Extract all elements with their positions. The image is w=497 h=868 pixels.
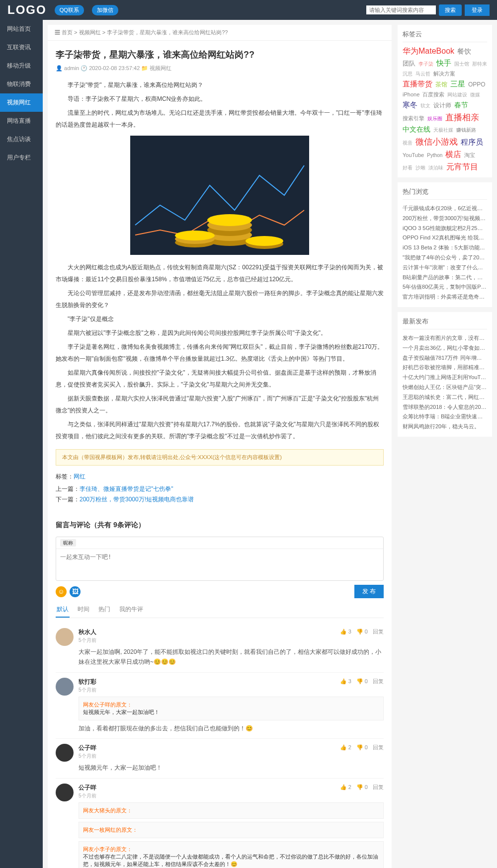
tag-cloud-item[interactable]: OPPO bbox=[468, 81, 486, 88]
tag-cloud-item[interactable]: 设计师 bbox=[433, 101, 451, 110]
tag-cloud-item[interactable]: 程序员 bbox=[461, 138, 483, 147]
tag-cloud-item[interactable]: 横店 bbox=[445, 150, 461, 160]
tag-cloud-item[interactable]: 娱乐圈 bbox=[427, 115, 442, 122]
new-item[interactable]: 发布一篇没有图片的文章，没有图片则显示默认文章图 bbox=[403, 333, 487, 343]
sidebar-item[interactable]: 焦点访谈 bbox=[0, 130, 43, 149]
hot-item[interactable]: iQOO 3 5G性能旗舰定档2月25日!将迎线上直播发布 bbox=[403, 224, 487, 234]
tag-cloud-item[interactable]: 微媒 bbox=[470, 91, 480, 98]
reply-link[interactable]: 回复 bbox=[373, 678, 384, 684]
tag-cloud-item[interactable]: Python bbox=[427, 153, 442, 158]
sidebar-item[interactable]: 用户专栏 bbox=[0, 149, 43, 167]
tag-cloud-item[interactable]: 沙雕 bbox=[415, 164, 425, 171]
new-item[interactable]: 一个月卖出36亿，网红小零食如何成为行业巨头？ bbox=[403, 343, 487, 353]
tag-cloud-item[interactable]: 餐饮 bbox=[457, 47, 471, 56]
like-icon[interactable]: 👍 2 bbox=[340, 744, 351, 750]
hot-item[interactable]: B站刷量产品的故事：第二代，网红与商人如坐蓝孔 bbox=[403, 273, 487, 283]
comment-tab[interactable]: 热门 bbox=[97, 602, 111, 618]
search-button[interactable]: 搜索 bbox=[439, 4, 462, 16]
tag-cloud-item[interactable]: 三星 bbox=[450, 79, 465, 89]
comment-tab[interactable]: 我的牛评 bbox=[118, 602, 144, 618]
logo[interactable]: LOGO bbox=[7, 3, 47, 17]
tag-cloud-item[interactable]: 沉思 bbox=[403, 71, 413, 78]
dislike-icon[interactable]: 👎 0 bbox=[356, 678, 368, 684]
new-item[interactable]: 众筹比特李瑞：B端企业需快速增长，区块链技术服务 bbox=[403, 412, 487, 422]
tag-cloud-item[interactable]: 直播带货 bbox=[403, 79, 432, 89]
tag-cloud-item[interactable]: YouTube bbox=[403, 152, 424, 158]
search-input[interactable] bbox=[366, 5, 436, 14]
tag-cloud-item[interactable]: 淘宝 bbox=[464, 152, 475, 159]
breadcrumb[interactable]: ☰ 首页 > 视频网红 > 李子柒带货，星期六暴涨，谁来高位给网红站岗?? bbox=[48, 25, 392, 41]
tag-cloud-item[interactable]: 网站建设 bbox=[447, 91, 467, 98]
comment-author[interactable]: 软打彩 bbox=[79, 678, 96, 685]
login-button[interactable]: 登录 bbox=[465, 4, 490, 16]
tag-cloud-item[interactable]: 好看 bbox=[403, 164, 413, 171]
tag-cloud-item[interactable]: 天极社媒 bbox=[433, 127, 453, 134]
tag-cloud-item[interactable]: 视音 bbox=[403, 140, 413, 147]
tag-cloud-item[interactable]: 百度搜索 bbox=[422, 91, 444, 98]
new-item[interactable]: 王思聪的城长史：富二代，网红与商人如坐蓝 bbox=[403, 393, 487, 402]
tag-cloud-item[interactable]: 团队 bbox=[403, 59, 415, 68]
tag-cloud-item[interactable]: 李子柒 bbox=[418, 61, 433, 68]
tag-cloud-item[interactable]: 快手 bbox=[436, 59, 451, 68]
new-item[interactable]: 十亿大约门推上网络正利用YouTube控制门罗市XMR bbox=[403, 373, 487, 383]
sidebar-item[interactable]: 物联消费 bbox=[0, 75, 43, 93]
tag-cloud-item[interactable]: iPhone bbox=[403, 91, 419, 97]
sidebar-item[interactable]: 移动升级 bbox=[0, 57, 43, 75]
avatar[interactable] bbox=[56, 784, 74, 801]
next-link[interactable]: 200万粉丝，带货3000万!短视频电商也靠谱 bbox=[80, 496, 194, 503]
nick-tag[interactable]: 昵称 bbox=[60, 539, 76, 547]
tag-cloud-item[interactable]: 元宵节目 bbox=[446, 162, 478, 172]
wechat-btn[interactable]: 加微信 bbox=[92, 5, 118, 15]
sidebar-item[interactable]: 网络直播 bbox=[0, 112, 43, 130]
hot-item[interactable]: 千元眼镜成本仅20块，6亿近视人口的"暴利"行业真相 bbox=[403, 204, 487, 214]
comment-tab[interactable]: 时间 bbox=[77, 602, 90, 618]
comment-input[interactable] bbox=[56, 549, 383, 579]
tag-cloud-item[interactable]: 中文在线 bbox=[403, 125, 430, 134]
tag-cloud-item[interactable]: 国士馆 bbox=[454, 61, 469, 68]
hot-item[interactable]: 云计算十年"浪潮"：改变了什么，颠覆了什么？ bbox=[403, 263, 487, 273]
hot-item[interactable]: "我把做了4年的公众号，卖了200万元" | 深夜故事 bbox=[403, 253, 487, 263]
hot-item[interactable]: iOS 13 Beta 2 体验：5大新功能改观，支持手机直接升 bbox=[403, 243, 487, 253]
comment-author[interactable]: 公子咩 bbox=[79, 784, 96, 791]
like-icon[interactable]: 👍 3 bbox=[340, 678, 351, 684]
tag-cloud-item[interactable]: 茶馆 bbox=[435, 80, 447, 89]
tag-cloud-item[interactable]: 直播相亲 bbox=[445, 112, 479, 123]
hot-item[interactable]: OPPO Find X2真机图曝光 给我们的惊喜有这些 bbox=[403, 233, 487, 243]
new-item[interactable]: 好机巴谷歌被挖墙脚，用那精准地说我们可以发ETH bbox=[403, 363, 487, 373]
new-item[interactable]: 财网凤鸣旅行20年，稳夫马云。 bbox=[403, 422, 487, 432]
publish-button[interactable]: 发 布 bbox=[354, 585, 384, 598]
tag-cloud-item[interactable]: 微信小游戏 bbox=[415, 136, 458, 148]
tag-cloud-item[interactable]: 马云哲 bbox=[415, 71, 430, 78]
tag-cloud-item[interactable]: 赚钱新路 bbox=[456, 127, 476, 134]
avatar[interactable] bbox=[56, 678, 74, 696]
sidebar-item[interactable]: 网站首页 bbox=[0, 20, 43, 38]
comment-tab[interactable]: 默认 bbox=[56, 602, 70, 618]
new-item[interactable]: 雪球联塾的2018：令人窒息的20亿美元 bbox=[403, 402, 487, 412]
tag-cloud-item[interactable]: 华为MateBook bbox=[403, 46, 454, 57]
qq-btn[interactable]: QQ联系 bbox=[55, 5, 84, 15]
comment-author[interactable]: 公子咩 bbox=[79, 744, 96, 751]
prev-link[interactable]: 李佳琦、微娅直播带货是记"七伤拳" bbox=[80, 485, 173, 492]
emoji-icon[interactable]: ☺ bbox=[56, 586, 67, 597]
new-item[interactable]: 盘子资投融值7817万件 同年增长110% bbox=[403, 353, 487, 363]
hot-item[interactable]: 5年估值80亿美元，复制中国版Peloton | 36氪新风向 bbox=[403, 282, 487, 292]
avatar[interactable] bbox=[56, 744, 74, 762]
comment-author[interactable]: 秋水人 bbox=[79, 629, 96, 635]
new-item[interactable]: 快燃创始人王亿：区块链产品"突进"预计年底上线 bbox=[403, 383, 487, 393]
avatar[interactable] bbox=[56, 628, 74, 646]
sidebar-item[interactable]: 视频网红 bbox=[0, 93, 43, 112]
tag-cloud-item[interactable]: 寒冬 bbox=[403, 100, 417, 110]
tag-cloud-item[interactable]: 解决方案 bbox=[433, 70, 455, 78]
like-icon[interactable]: 👍 2 bbox=[340, 784, 351, 790]
sidebar-item[interactable]: 互联资讯 bbox=[0, 38, 43, 57]
dislike-icon[interactable]: 👎 0 bbox=[356, 744, 368, 750]
tag-link[interactable]: 网红 bbox=[74, 473, 85, 480]
tag-cloud-item[interactable]: 搜索引擎 bbox=[403, 115, 424, 122]
tag-cloud-item[interactable]: 春节 bbox=[454, 101, 468, 110]
reply-link[interactable]: 回复 bbox=[373, 744, 384, 750]
dislike-icon[interactable]: 👎 0 bbox=[356, 784, 368, 790]
hot-item[interactable]: 200万粉丝，带货3000万!短视频电商也靠谱 bbox=[403, 214, 487, 224]
reply-link[interactable]: 回复 bbox=[373, 629, 384, 634]
image-icon[interactable]: 🖼 bbox=[70, 586, 81, 597]
tag-cloud-item[interactable]: 淡泊味 bbox=[428, 164, 443, 171]
